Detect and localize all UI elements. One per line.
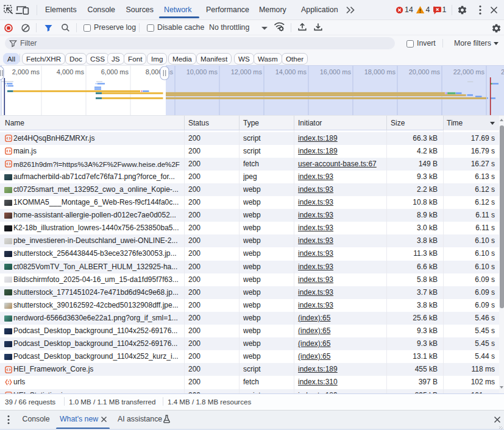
svg-text:2,000 ms: 2,000 ms bbox=[12, 68, 40, 76]
svg-text:6,000 ms: 6,000 ms bbox=[101, 68, 129, 76]
svg-text:4,000 ms: 4,000 ms bbox=[57, 68, 85, 76]
